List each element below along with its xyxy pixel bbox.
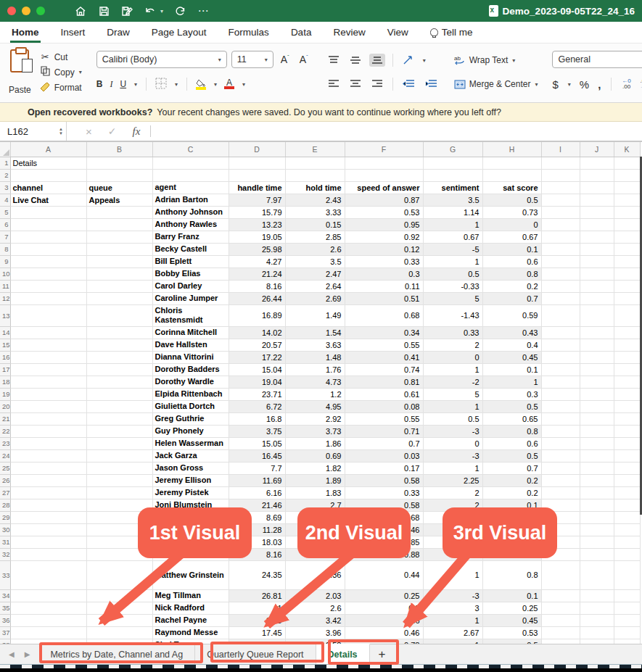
cell-J5[interactable]: [580, 206, 614, 218]
cell-D28[interactable]: 21.46: [229, 499, 285, 511]
percent-format-button[interactable]: %: [580, 78, 589, 91]
align-top-icon[interactable]: [326, 54, 342, 67]
cell-I9[interactable]: [541, 255, 580, 267]
cell-H18[interactable]: 1: [482, 376, 541, 388]
cell-C19[interactable]: Elpida Rittenbach: [152, 388, 229, 400]
cell-A2[interactable]: [10, 169, 86, 181]
cell-D35[interactable]: 11: [229, 602, 285, 614]
cell-A38[interactable]: [10, 639, 86, 644]
cell-I32[interactable]: [541, 548, 580, 560]
cell-J7[interactable]: [580, 231, 614, 243]
cell-D18[interactable]: 19.04: [229, 376, 285, 388]
font-name-select[interactable]: Calibri (Body)▾: [96, 51, 227, 68]
cell-K8[interactable]: [614, 243, 640, 255]
cell-K25[interactable]: [614, 462, 640, 474]
ribbon-tab-tell-me[interactable]: Tell me: [429, 23, 474, 43]
ribbon-tab-view[interactable]: View: [386, 23, 410, 43]
cell-G6[interactable]: 1: [423, 218, 482, 231]
cell-F6[interactable]: 0.95: [345, 218, 423, 231]
cell-C17[interactable]: Dorothy Badders: [152, 363, 229, 376]
cell-K4[interactable]: [614, 194, 640, 206]
cell-J3[interactable]: [580, 181, 614, 194]
cell-H38[interactable]: 0.5: [482, 639, 541, 644]
cell-G31[interactable]: [423, 536, 482, 548]
cell-I31[interactable]: [541, 536, 580, 548]
sheet-tab-quarterly-queue-report[interactable]: Quarterly Queue Report: [195, 644, 316, 664]
increase-font-size-button[interactable]: Aˆ: [278, 54, 292, 65]
cell-B34[interactable]: [86, 589, 152, 602]
borders-button[interactable]: [155, 78, 167, 91]
cell-D38[interactable]: 14.03: [229, 639, 285, 644]
cell-D4[interactable]: 7.97: [229, 194, 285, 206]
cell-J14[interactable]: [580, 326, 614, 339]
cell-I13[interactable]: [541, 304, 580, 326]
cell-J31[interactable]: [580, 536, 614, 548]
cell-C37[interactable]: Raymond Messe: [152, 626, 229, 639]
cell-C35[interactable]: Nick Radford: [152, 602, 229, 614]
cell-G15[interactable]: 2: [423, 339, 482, 351]
cell-H4[interactable]: 0.5: [482, 194, 541, 206]
cell-J33[interactable]: [580, 560, 614, 589]
row-header-28[interactable]: 28: [0, 499, 10, 511]
cell-C33[interactable]: Matthew Grinstein: [152, 560, 229, 589]
row-header-20[interactable]: 20: [0, 400, 10, 412]
cell-I16[interactable]: [541, 351, 580, 363]
cell-E4[interactable]: 2.43: [285, 194, 345, 206]
cell-E9[interactable]: 3.5: [285, 255, 345, 267]
cell-D14[interactable]: 14.02: [229, 326, 285, 339]
cell-D34[interactable]: 26.81: [229, 589, 285, 602]
cell-H14[interactable]: 0.43: [482, 326, 541, 339]
cell-A14[interactable]: [10, 326, 86, 339]
cell-G1[interactable]: [423, 157, 482, 169]
cell-E34[interactable]: 2.03: [285, 589, 345, 602]
cell-I27[interactable]: [541, 486, 580, 499]
cell-E21[interactable]: 2.92: [285, 412, 345, 425]
cell-F26[interactable]: 0.58: [345, 474, 423, 486]
row-header-9[interactable]: 9: [0, 255, 10, 267]
cell-D2[interactable]: [229, 169, 285, 181]
cell-B20[interactable]: [86, 400, 152, 412]
column-header-B[interactable]: B: [86, 142, 152, 157]
cell-A4[interactable]: Live Chat: [10, 194, 86, 206]
row-header-26[interactable]: 26: [0, 474, 10, 486]
cell-F16[interactable]: 0.41: [345, 351, 423, 363]
cell-I8[interactable]: [541, 243, 580, 255]
cell-F14[interactable]: 0.34: [345, 326, 423, 339]
cell-C3[interactable]: agent: [152, 181, 229, 194]
cell-E35[interactable]: 2.6: [285, 602, 345, 614]
cell-H30[interactable]: [482, 523, 541, 536]
cell-J34[interactable]: [580, 589, 614, 602]
cell-G8[interactable]: -5: [423, 243, 482, 255]
cell-B2[interactable]: [86, 169, 152, 181]
cell-D15[interactable]: 20.57: [229, 339, 285, 351]
cell-K29[interactable]: [614, 511, 640, 523]
select-all-corner[interactable]: [0, 142, 10, 157]
cell-A15[interactable]: [10, 339, 86, 351]
redo-icon[interactable]: [173, 4, 186, 17]
cell-D21[interactable]: 16.8: [229, 412, 285, 425]
cell-D25[interactable]: 7.7: [229, 462, 285, 474]
cell-A7[interactable]: [10, 231, 86, 243]
cell-E15[interactable]: 3.63: [285, 339, 345, 351]
cell-C6[interactable]: Anthony Rawles: [152, 218, 229, 231]
cell-A9[interactable]: [10, 255, 86, 267]
cell-B22[interactable]: [86, 425, 152, 437]
cell-J26[interactable]: [580, 474, 614, 486]
row-header-5[interactable]: 5: [0, 206, 10, 218]
cell-H17[interactable]: 0.1: [482, 363, 541, 376]
wrap-text-button[interactable]: ab Wrap Text▾: [454, 51, 538, 70]
cell-F12[interactable]: 0.51: [345, 292, 423, 304]
cell-D7[interactable]: 19.05: [229, 231, 285, 243]
cell-E14[interactable]: 1.54: [285, 326, 345, 339]
row-header-32[interactable]: 32: [0, 548, 10, 560]
cell-F2[interactable]: [345, 169, 423, 181]
cell-H26[interactable]: 0.2: [482, 474, 541, 486]
cell-G12[interactable]: 5: [423, 292, 482, 304]
cell-H34[interactable]: 0.1: [482, 589, 541, 602]
cell-D10[interactable]: 21.24: [229, 267, 285, 280]
cell-G25[interactable]: 1: [423, 462, 482, 474]
cell-C20[interactable]: Giulietta Dortch: [152, 400, 229, 412]
row-header-17[interactable]: 17: [0, 363, 10, 376]
cancel-icon[interactable]: ×: [86, 125, 92, 138]
cell-H27[interactable]: 0.2: [482, 486, 541, 499]
